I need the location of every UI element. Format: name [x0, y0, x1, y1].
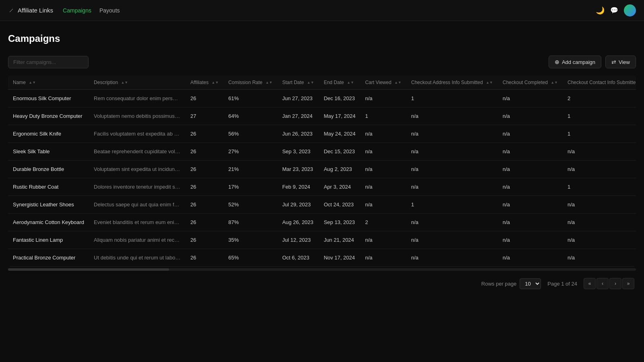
cell-checkout-contact: n/a: [563, 214, 636, 231]
rows-per-page-control: Rows per page 10 20 50: [481, 278, 541, 289]
table-row[interactable]: Durable Bronze Bottle Voluptatem sint ex…: [8, 160, 636, 178]
main-content: Campaigns ⊕ Add campaign ⇄ View Name ▲▼: [0, 21, 644, 297]
cell-affiliates: 26: [186, 196, 223, 214]
cell-checkout-address: 1: [406, 90, 497, 107]
cell-name: Rustic Rubber Coat: [8, 178, 89, 196]
sort-checkout-icon: ▲▼: [551, 81, 558, 84]
col-start-date[interactable]: Start Date ▲▼: [277, 76, 319, 90]
col-affiliates[interactable]: Affiliates ▲▼: [186, 76, 223, 90]
sort-aff-icon: ▲▼: [212, 81, 219, 84]
next-page-button[interactable]: ›: [609, 278, 621, 289]
table-row[interactable]: Heavy Duty Bronze Computer Voluptatem ne…: [8, 107, 636, 125]
col-checkout-contact[interactable]: Checkout Contact Info Submitted ▲▼: [563, 76, 636, 90]
cell-cart-viewed: n/a: [360, 143, 406, 160]
cell-commission: 27%: [223, 143, 277, 160]
cell-checkout-address: n/a: [406, 214, 497, 231]
cell-checkout-contact: n/a: [563, 249, 636, 267]
cell-checkout-contact: n/a: [563, 160, 636, 178]
filter-input[interactable]: [8, 56, 89, 68]
nav-payouts[interactable]: Payouts: [99, 7, 120, 14]
cell-checkout-completed: n/a: [498, 196, 563, 214]
cell-start-date: Jul 12, 2023: [277, 231, 319, 249]
cell-checkout-address: n/a: [406, 160, 497, 178]
cell-checkout-completed: n/a: [498, 125, 563, 143]
cell-description: Voluptatem sint expedita ut incidunt vol…: [89, 160, 186, 178]
scroll-thumb: [8, 268, 169, 271]
cell-checkout-contact: 1: [563, 107, 636, 125]
cell-name: Sleek Silk Table: [8, 143, 89, 160]
cell-affiliates: 27: [186, 107, 223, 125]
cell-checkout-completed: n/a: [498, 90, 563, 107]
table-row[interactable]: Synergistic Leather Shoes Delectus saepe…: [8, 196, 636, 214]
cell-start-date: Feb 9, 2024: [277, 178, 319, 196]
cell-cart-viewed: 2: [360, 214, 406, 231]
add-campaign-button[interactable]: ⊕ Add campaign: [549, 56, 601, 68]
cell-checkout-completed: n/a: [498, 107, 563, 125]
nav-campaigns[interactable]: Campaigns: [63, 7, 91, 14]
cell-name: Heavy Duty Bronze Computer: [8, 107, 89, 125]
campaigns-table: Name ▲▼ Description ▲▼ Affiliates ▲▼ Com…: [8, 76, 636, 267]
prev-page-button[interactable]: ‹: [597, 278, 609, 289]
cell-cart-viewed: n/a: [360, 196, 406, 214]
cell-name: Practical Bronze Computer: [8, 249, 89, 267]
rows-per-page-select[interactable]: 10 20 50: [520, 278, 541, 289]
avatar[interactable]: [624, 4, 636, 16]
view-icon: ⇄: [611, 59, 616, 65]
horizontal-scrollbar[interactable]: [8, 268, 636, 271]
cell-checkout-contact: n/a: [563, 196, 636, 214]
cell-cart-viewed: 1: [360, 107, 406, 125]
cell-commission: 65%: [223, 249, 277, 267]
col-checkout-address[interactable]: Checkout Address Info Submitted ▲▼: [406, 76, 497, 90]
cell-checkout-address: n/a: [406, 178, 497, 196]
table-row[interactable]: Ergonomic Silk Knife Facilis voluptatem …: [8, 125, 636, 143]
table-row[interactable]: Practical Bronze Computer Ut debitis und…: [8, 249, 636, 267]
col-cart-viewed[interactable]: Cart Viewed ▲▼: [360, 76, 406, 90]
brand-name: Affiliate Links: [18, 7, 53, 14]
cell-affiliates: 26: [186, 178, 223, 196]
brand-icon: ⟋: [8, 7, 14, 14]
table-row[interactable]: Rustic Rubber Coat Dolores inventore ten…: [8, 178, 636, 196]
col-commission[interactable]: Comission Rate ▲▼: [223, 76, 277, 90]
cell-name: Enormous Silk Computer: [8, 90, 89, 107]
cell-end-date: Dec 15, 2023: [319, 143, 360, 160]
nav-right: 🌙 💬: [596, 4, 636, 16]
cell-checkout-contact: 1: [563, 178, 636, 196]
col-name[interactable]: Name ▲▼: [8, 76, 89, 90]
first-page-button[interactable]: «: [584, 278, 596, 289]
cell-affiliates: 26: [186, 125, 223, 143]
cell-commission: 64%: [223, 107, 277, 125]
cell-checkout-completed: n/a: [498, 143, 563, 160]
cell-description: Dolores inventore tenetur impedit simili…: [89, 178, 186, 196]
view-label: View: [619, 59, 630, 65]
table-row[interactable]: Enormous Silk Computer Rem consequatur d…: [8, 90, 636, 107]
cell-start-date: Oct 6, 2023: [277, 249, 319, 267]
view-button[interactable]: ⇄ View: [605, 56, 636, 68]
sort-end-icon: ▲▼: [347, 81, 354, 84]
table-row[interactable]: Aerodynamic Cotton Keyboard Eveniet blan…: [8, 214, 636, 231]
cell-start-date: Jun 26, 2023: [277, 125, 319, 143]
cell-checkout-contact: n/a: [563, 231, 636, 249]
sort-comm-icon: ▲▼: [265, 81, 272, 84]
cell-end-date: Jun 21, 2024: [319, 231, 360, 249]
table-row[interactable]: Sleek Silk Table Beatae reprehenderit cu…: [8, 143, 636, 160]
page-title: Campaigns: [8, 33, 636, 44]
page-navigation: « ‹ › »: [584, 278, 634, 289]
cell-checkout-address: n/a: [406, 143, 497, 160]
cell-name: Synergistic Leather Shoes: [8, 196, 89, 214]
cell-cart-viewed: n/a: [360, 90, 406, 107]
col-end-date[interactable]: End Date ▲▼: [319, 76, 360, 90]
table-row[interactable]: Fantastic Linen Lamp Aliquam nobis paria…: [8, 231, 636, 249]
theme-toggle-icon[interactable]: 🌙: [596, 6, 605, 15]
cell-checkout-address: n/a: [406, 107, 497, 125]
discord-icon[interactable]: 💬: [610, 6, 618, 14]
cell-checkout-completed: n/a: [498, 231, 563, 249]
table-body: Enormous Silk Computer Rem consequatur d…: [8, 90, 636, 267]
cell-end-date: Dec 16, 2023: [319, 90, 360, 107]
col-checkout-completed[interactable]: Checkout Completed ▲▼: [498, 76, 563, 90]
last-page-button[interactable]: »: [622, 278, 634, 289]
cell-commission: 35%: [223, 231, 277, 249]
nav-links: Campaigns Payouts: [63, 7, 120, 14]
cell-checkout-address: 1: [406, 196, 497, 214]
add-campaign-label: Add campaign: [562, 59, 595, 65]
col-description[interactable]: Description ▲▼: [89, 76, 186, 90]
